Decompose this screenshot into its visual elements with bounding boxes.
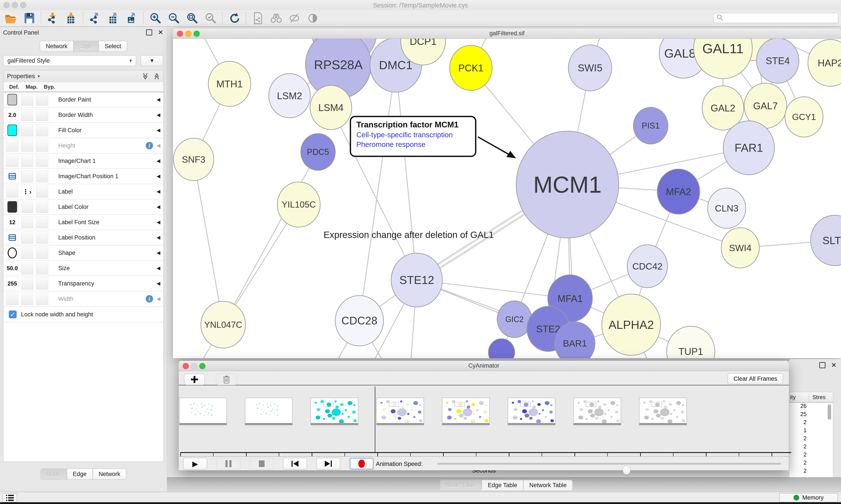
expand-row-icon[interactable]: ◀ [157, 189, 160, 194]
expand-row-icon[interactable]: ◀ [157, 158, 160, 164]
mapping-cell[interactable] [21, 201, 33, 213]
expand-row-icon[interactable]: ◀ [157, 174, 160, 179]
mapping-cell[interactable] [21, 124, 33, 137]
show-panels-button[interactable] [3, 493, 17, 502]
frame-thumbnail-3s[interactable] [376, 398, 424, 425]
default-cell[interactable]: 255 [6, 277, 18, 290]
node-purp[interactable] [488, 339, 515, 358]
node-cdc28[interactable]: CDC28 [335, 295, 383, 346]
mapping-cell[interactable]: ⋮› [21, 185, 33, 198]
expand-row-icon[interactable]: ◀ [157, 143, 160, 148]
property-row-height[interactable]: Heighti◀ [3, 138, 163, 154]
animation-speed-slider[interactable] [437, 463, 781, 465]
default-cell[interactable]: 2.0 [6, 109, 18, 121]
frame-thumbnail-2s[interactable] [310, 398, 358, 425]
node-gal11[interactable]: GAL11 [694, 39, 752, 78]
bypass-cell[interactable] [36, 170, 48, 182]
import-table-button[interactable] [62, 11, 80, 25]
info-icon[interactable]: i [146, 295, 153, 303]
refresh-button[interactable] [225, 11, 244, 25]
default-cell[interactable] [6, 201, 18, 213]
node-yil105c[interactable]: YIL105C [277, 182, 320, 227]
bypass-cell[interactable] [36, 262, 48, 274]
mapping-cell[interactable] [21, 216, 33, 228]
property-row-label-position[interactable]: Label Position◀ [3, 230, 163, 246]
zoom-fit-button[interactable] [183, 11, 201, 25]
property-row-width[interactable]: Widthi◀ [3, 291, 163, 307]
record-button[interactable] [350, 458, 374, 470]
tab-select[interactable]: Select [99, 41, 127, 52]
export-network-button[interactable] [86, 11, 104, 25]
default-cell[interactable] [6, 140, 18, 152]
mapping-cell[interactable] [21, 231, 33, 244]
default-cell[interactable] [6, 93, 18, 106]
network-window-titlebar[interactable]: galFiltered.sif [173, 29, 841, 39]
cyanimator-timeline[interactable]: 0123456789 Seconds [179, 385, 789, 456]
close-panel-icon[interactable]: ✕ [831, 363, 837, 367]
column-radiality[interactable]: ity [790, 394, 796, 401]
property-row-border-paint[interactable]: Border Paint◀ [3, 92, 163, 108]
frame-thumbnail-5s[interactable] [508, 398, 555, 425]
node-slt2[interactable]: SLT2 [810, 215, 841, 266]
node-pdc5[interactable]: PDC5 [301, 133, 335, 170]
tab-node[interactable]: Node [40, 469, 67, 480]
node-swi5[interactable]: SWI5 [568, 45, 612, 91]
timeline-playhead[interactable] [375, 386, 375, 452]
node-tup1[interactable]: TUP1 [667, 326, 715, 358]
tab-edge-table[interactable]: Edge Table [482, 480, 523, 491]
tab-network[interactable]: Network [92, 469, 126, 480]
mapping-cell[interactable] [21, 277, 33, 290]
clear-all-frames-button[interactable]: Clear All Frames [728, 373, 783, 384]
node-mfa2[interactable]: MFA2 [657, 169, 700, 214]
tab-node-table[interactable]: Node Table [440, 480, 482, 491]
annotation-link-1[interactable]: Cell-type-specific transcription [356, 131, 470, 139]
play-button[interactable]: ▶ [183, 458, 207, 470]
node-mcm1[interactable]: MCM1 [516, 131, 619, 238]
node-swi4[interactable]: SWI4 [721, 228, 759, 268]
expand-row-icon[interactable]: ◀ [157, 127, 160, 133]
property-row-fill-color[interactable]: Fill Color◀ [3, 123, 163, 138]
node-cln3[interactable]: CLN3 [708, 188, 746, 228]
table-row[interactable]: 2 [789, 435, 833, 443]
frame-thumbnail-1s[interactable] [245, 398, 292, 425]
add-frame-button[interactable] [184, 374, 205, 385]
expand-row-icon[interactable]: ◀ [157, 265, 160, 271]
property-row-label[interactable]: ⋮›Label◀ [3, 184, 163, 199]
zoom-in-button[interactable] [146, 11, 165, 25]
node-far1[interactable]: FAR1 [723, 121, 774, 175]
property-row-label-font-size[interactable]: 12Label Font Size◀ [3, 215, 163, 230]
tab-network-table[interactable]: Network Table [523, 480, 573, 491]
property-row-image-chart-position-1[interactable]: Image/Chart Position 1◀ [3, 169, 163, 184]
mapping-cell[interactable] [21, 155, 33, 167]
table-row[interactable]: 1 [789, 427, 833, 435]
bypass-cell[interactable] [36, 231, 48, 244]
memory-button[interactable]: Memory [779, 493, 838, 502]
float-panel-icon[interactable] [146, 29, 152, 35]
table-row[interactable]: 26 [789, 403, 833, 411]
expand-row-icon[interactable]: ◀ [157, 281, 160, 286]
default-cell[interactable]: 12 [6, 216, 18, 228]
node-pis1[interactable]: PIS1 [633, 107, 668, 144]
default-cell[interactable] [6, 293, 18, 305]
bypass-cell[interactable] [36, 201, 48, 213]
slider-thumb[interactable] [623, 466, 630, 475]
default-cell[interactable] [6, 155, 18, 167]
table-row[interactable]: 2 [789, 443, 833, 451]
bypass-cell[interactable] [36, 155, 48, 167]
node-lsm2[interactable]: LSM2 [269, 74, 310, 118]
table-row[interactable]: 2 [789, 419, 833, 427]
property-row-size[interactable]: 50.0Size◀ [3, 261, 163, 276]
frame-thumbnail-0s[interactable] [179, 398, 227, 425]
annotation-link-2[interactable]: Pheromone response [356, 140, 470, 149]
mapping-cell[interactable] [21, 247, 33, 259]
table-row[interactable]: 2 [789, 451, 833, 459]
property-row-image-chart-1[interactable]: Image/Chart 1◀ [3, 154, 163, 169]
style-options-button[interactable]: ▼ [141, 55, 163, 66]
default-cell[interactable] [6, 185, 18, 198]
node-gcy1[interactable]: GCY1 [785, 97, 823, 137]
tab-edge[interactable]: Edge [67, 469, 92, 480]
bypass-cell[interactable] [36, 247, 48, 259]
table-scrollbar[interactable] [828, 404, 831, 420]
network-canvas[interactable]: RPS28BRPS28ADMC1DCP1PCK1MTH1LSM2LSM4SNF3… [173, 39, 841, 358]
bypass-cell[interactable] [36, 124, 48, 137]
